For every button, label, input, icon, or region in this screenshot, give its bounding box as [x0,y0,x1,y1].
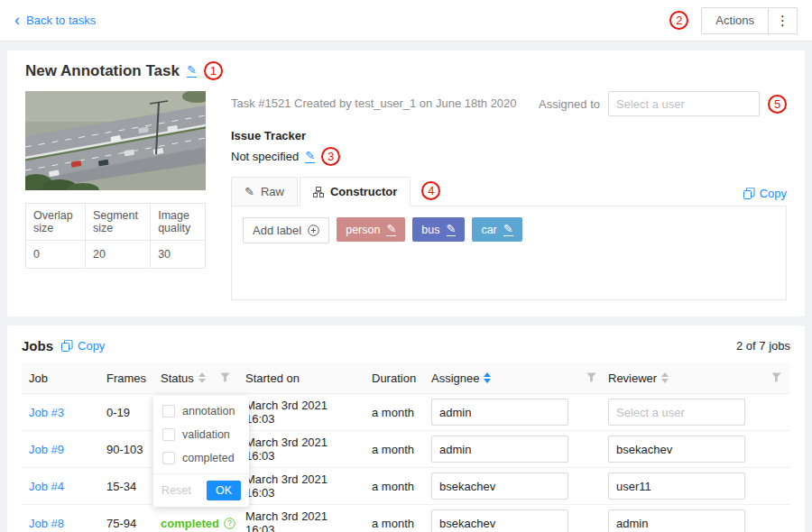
task-meta: Task #1521 Created by test_user_1 on Jun… [231,91,517,110]
filter-option-validation[interactable]: validation [153,423,249,446]
param-value-segment: 20 [85,241,150,269]
filter-option-annotation[interactable]: annotation [153,399,249,423]
callout-3: 3 [321,147,340,166]
status-filter-dropdown: annotation validation completed Reset OK [153,396,249,507]
tab-raw[interactable]: ✎ Raw [231,177,298,206]
assigned-to-block: Assigned to 5 [539,91,787,116]
issue-tracker-value: Not specified [231,150,299,163]
copy-labels-link[interactable]: Copy [743,187,787,200]
reviewer-input[interactable] [608,399,745,426]
back-to-tasks-link[interactable]: ‹ Back to tasks [14,14,96,28]
filter-option-completed[interactable]: completed [153,446,249,470]
job-frames: 75-94 [99,505,153,532]
job-status: completed [161,517,219,530]
question-circle-icon: ? [224,518,235,529]
assignee-sort-icon[interactable] [484,372,491,383]
col-status-filter [211,362,238,394]
job-started: March 3rd 2021 16:03 [238,468,364,505]
jobs-card: Jobs Copy 2 of 7 jobs Job Frames Status [7,326,805,532]
labels-tabs: ✎ Raw Constructor 4 Copy [231,177,787,206]
validation-checkbox[interactable] [162,428,175,441]
edit-label-icon[interactable]: ✎ [447,223,457,236]
job-duration: a month [364,468,424,505]
label-tag-person[interactable]: person ✎ [337,217,405,242]
job-link[interactable]: Job #9 [29,443,64,456]
col-duration: Duration [364,362,424,394]
jobs-count: 2 of 7 jobs [736,339,790,353]
tab-constructor[interactable]: Constructor [300,177,411,206]
job-row: Job #3 0-19 March 3rd 2021 16:03 a month [22,394,790,431]
filter-reset-button[interactable]: Reset [161,484,191,497]
topbar-right: 2 Actions ⋮ [669,7,798,34]
raw-edit-icon: ✎ [245,185,254,198]
job-started: March 3rd 2021 16:03 [238,431,364,468]
assignee-input[interactable] [431,509,568,532]
task-thumbnail [25,91,206,190]
back-label: Back to tasks [26,14,96,27]
job-link[interactable]: Job #3 [29,406,64,419]
status-filter-icon[interactable] [218,371,232,384]
job-duration: a month [364,431,424,468]
jobs-table: Job Frames Status Started on D [22,362,790,532]
labels-constructor-panel: Add label person ✎ bus ✎ car ✎ [231,206,787,300]
task-title: New Annotation Task [25,62,180,80]
jobs-title: Jobs [22,338,53,353]
copy-jobs-link[interactable]: Copy [61,339,105,353]
reviewer-input[interactable] [608,436,745,463]
plus-circle-icon [308,225,319,236]
assignee-input[interactable] [431,399,568,426]
task-assignee-input[interactable] [608,91,760,116]
assignee-input[interactable] [431,472,568,500]
task-right-column: Task #1521 Created by test_user_1 on Jun… [231,91,787,300]
reviewer-sort-icon[interactable] [661,372,669,383]
jobs-header: Jobs Copy 2 of 7 jobs [22,338,790,353]
label-tag-car[interactable]: car ✎ [472,217,521,242]
callout-5: 5 [768,95,787,114]
reviewer-filter-icon[interactable] [770,371,783,384]
task-title-row: New Annotation Task ✎ 1 [25,61,787,80]
col-frames: Frames [99,362,153,394]
issue-tracker-block: Issue Tracker Not specified ✎ 3 [231,129,787,166]
job-duration: a month [364,394,424,431]
assigned-to-label: Assigned to [539,97,600,111]
params-header-row: Overlap size Segment size Image quality [26,204,206,241]
task-params-table: Overlap size Segment size Image quality … [25,203,206,269]
edit-task-name-icon[interactable]: ✎ [187,64,197,78]
edit-label-icon[interactable]: ✎ [386,223,396,236]
copy-icon [61,340,73,352]
job-duration: a month [364,505,424,532]
col-assignee-filter [577,362,601,394]
reviewer-input[interactable] [608,472,745,500]
reviewer-input[interactable] [608,509,745,532]
assignee-input[interactable] [431,436,568,463]
callout-4: 4 [421,181,440,200]
assignee-filter-icon[interactable] [585,371,598,384]
job-started: March 3rd 2021 16:03 [238,394,364,431]
add-label-button[interactable]: Add label [243,217,329,243]
col-started: Started on [238,362,364,394]
completed-checkbox[interactable] [162,452,175,464]
filter-ok-button[interactable]: OK [207,481,241,500]
copy-icon [743,188,755,199]
job-link[interactable]: Job #8 [29,517,64,530]
back-chevron-icon: ‹ [14,12,20,28]
col-status[interactable]: Status [153,362,211,394]
edit-label-icon[interactable]: ✎ [503,223,513,236]
col-reviewer[interactable]: Reviewer [601,362,754,394]
actions-button[interactable]: Actions [701,7,769,34]
job-frames: 90-103 [99,431,153,468]
param-header-quality: Image quality [151,204,206,241]
job-link[interactable]: Job #4 [29,480,64,493]
actions-button-group: Actions ⋮ [701,7,798,34]
annotation-checkbox[interactable] [162,405,175,417]
status-sort-icon[interactable] [198,372,206,383]
job-row: Job #4 15-34 March 3rd 2021 16:03 a mont… [22,468,790,505]
actions-more-button[interactable]: ⋮ [769,7,798,34]
edit-issue-tracker-icon[interactable]: ✎ [305,150,315,163]
params-value-row: 0 20 30 [26,241,206,269]
col-assignee[interactable]: Assignee [424,362,577,394]
job-frames: 15-34 [99,468,153,505]
label-tag-bus[interactable]: bus ✎ [412,217,465,242]
job-started: March 3rd 2021 16:03 [238,505,364,532]
task-card: New Annotation Task ✎ 1 [7,50,805,316]
